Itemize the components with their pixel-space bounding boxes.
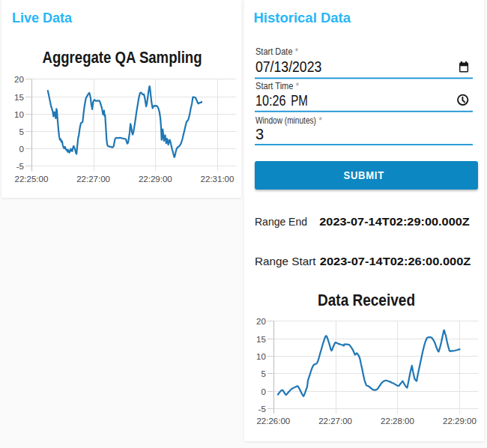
svg-text:22:29:00: 22:29:00	[139, 175, 172, 184]
svg-text:Range End: Range End	[255, 215, 307, 228]
svg-text:15: 15	[14, 93, 24, 102]
svg-text:20: 20	[256, 317, 266, 326]
svg-text:-5: -5	[16, 162, 24, 171]
svg-text:2023-07-14T02:26:00.000Z: 2023-07-14T02:26:00.000Z	[320, 255, 471, 267]
svg-text:PM: PM	[291, 92, 308, 109]
svg-text:*: *	[296, 81, 300, 91]
svg-text:3: 3	[255, 126, 264, 142]
svg-text:Range Start: Range Start	[255, 255, 316, 267]
svg-text:5: 5	[19, 127, 23, 136]
svg-text:Live Data: Live Data	[12, 10, 73, 25]
svg-text:22:31:00: 22:31:00	[201, 175, 235, 184]
svg-text:22:29:00: 22:29:00	[443, 417, 477, 426]
svg-text:SUBMIT: SUBMIT	[343, 169, 384, 181]
svg-text:10:26: 10:26	[255, 92, 286, 109]
svg-text:22:26:00: 22:26:00	[256, 417, 290, 426]
svg-text:10: 10	[14, 110, 24, 119]
svg-text:22:27:00: 22:27:00	[76, 175, 110, 184]
svg-text:5: 5	[261, 369, 265, 378]
svg-text:22:25:00: 22:25:00	[15, 175, 49, 184]
svg-text:*: *	[295, 46, 299, 57]
svg-text:*: *	[318, 115, 322, 126]
svg-text:Start Date: Start Date	[255, 46, 293, 57]
svg-text:10: 10	[256, 352, 266, 361]
svg-text:Data Received: Data Received	[318, 291, 415, 309]
svg-text:22:28:00: 22:28:00	[381, 417, 414, 426]
svg-text:Start Time: Start Time	[255, 81, 294, 91]
svg-text:-5: -5	[258, 405, 266, 414]
svg-text:15: 15	[256, 335, 266, 344]
svg-text:0: 0	[19, 145, 23, 154]
svg-text:20: 20	[14, 75, 24, 84]
svg-text:Aggregate QA Sampling: Aggregate QA Sampling	[43, 48, 202, 67]
svg-text:Window (minutes): Window (minutes)	[255, 115, 316, 126]
svg-text:22:27:00: 22:27:00	[318, 417, 352, 426]
svg-text:Historical Data: Historical Data	[254, 10, 352, 25]
svg-text:0: 0	[261, 387, 265, 396]
svg-text:2023-07-14T02:29:00.000Z: 2023-07-14T02:29:00.000Z	[319, 215, 470, 228]
svg-text:07/13/2023: 07/13/2023	[255, 58, 321, 75]
